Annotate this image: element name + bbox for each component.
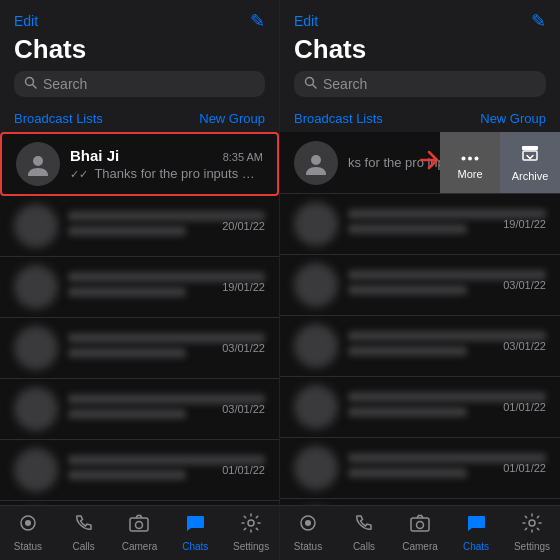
left-status-icon: [17, 512, 39, 539]
right-row-3: 03/01/22: [280, 316, 560, 377]
left-row-2: 19/01/22: [0, 257, 279, 318]
right-blurred-avatar-4: [294, 385, 338, 429]
left-tab-status-label: Status: [14, 541, 42, 552]
right-blurred-avatar-3: [294, 324, 338, 368]
right-tab-chats[interactable]: Chats: [448, 512, 504, 552]
left-tab-calls-label: Calls: [73, 541, 95, 552]
right-tab-bar: Status Calls Camera: [280, 505, 560, 560]
right-avatar-bhai-ji: [294, 141, 338, 185]
left-new-group[interactable]: New Group: [199, 111, 265, 126]
right-date-4: 01/01/22: [503, 401, 546, 413]
right-broadcast-row: Broadcast Lists New Group: [280, 107, 560, 132]
right-blurred-line-3b: [348, 346, 467, 356]
svg-point-12: [468, 157, 472, 161]
left-date-2: 19/01/22: [222, 281, 265, 293]
svg-rect-14: [522, 146, 538, 150]
right-tab-chats-label: Chats: [463, 541, 489, 552]
right-swipe-row[interactable]: ks for the pro inputs 🙏 (GM): [280, 132, 560, 194]
left-blurred-avatar-4: [14, 387, 58, 431]
right-status-icon: [297, 512, 319, 539]
right-search-placeholder: Search: [323, 76, 367, 92]
left-edit-button[interactable]: Edit: [14, 13, 38, 29]
left-blurred-line-5b: [68, 470, 186, 480]
right-chats-icon: [465, 512, 487, 539]
more-dots-icon: [461, 145, 479, 166]
left-chat-preview: ✓✓ Thanks for the pro inputs 🙏 (GM): [70, 166, 263, 181]
left-date-5: 01/01/22: [222, 464, 265, 476]
left-search-bar[interactable]: Search: [14, 71, 265, 97]
left-tick-icon: ✓✓: [70, 168, 88, 180]
left-row-3: 03/01/22: [0, 318, 279, 379]
left-date-1: 20/01/22: [222, 220, 265, 232]
svg-point-6: [136, 522, 143, 529]
right-blurred-line-1b: [348, 224, 467, 234]
right-search-bar[interactable]: Search: [294, 71, 546, 97]
more-action-label: More: [457, 168, 482, 180]
left-broadcast-row: Broadcast Lists New Group: [0, 107, 279, 132]
left-blurred-line-2b: [68, 287, 186, 297]
left-tab-calls[interactable]: Calls: [56, 512, 112, 552]
archive-icon: [520, 143, 540, 168]
archive-action-label: Archive: [512, 170, 549, 182]
right-compose-icon[interactable]: ✎: [531, 10, 546, 32]
left-tab-chats[interactable]: Chats: [167, 512, 223, 552]
right-blurred-avatar-1: [294, 202, 338, 246]
left-calls-icon: [73, 512, 95, 539]
left-settings-icon: [240, 512, 262, 539]
left-tab-status[interactable]: Status: [0, 512, 56, 552]
right-blurred-line-2b: [348, 285, 467, 295]
left-tab-settings-label: Settings: [233, 541, 269, 552]
svg-point-13: [475, 157, 479, 161]
left-date-4: 03/01/22: [222, 403, 265, 415]
svg-line-9: [313, 85, 317, 89]
left-chat-name: Bhai Ji: [70, 147, 119, 164]
right-search-icon: [304, 76, 317, 92]
svg-point-4: [25, 520, 31, 526]
left-tab-camera[interactable]: Camera: [112, 512, 168, 552]
right-edit-button[interactable]: Edit: [294, 13, 318, 29]
right-tab-camera[interactable]: Camera: [392, 512, 448, 552]
right-row-6: [280, 499, 560, 505]
left-blurred-avatar-1: [14, 204, 58, 248]
right-broadcast-lists[interactable]: Broadcast Lists: [294, 111, 383, 126]
right-camera-icon: [409, 512, 431, 539]
swipe-action-buttons: More Archive: [440, 132, 560, 193]
arrow-indicator: [418, 149, 440, 177]
left-compose-icon[interactable]: ✎: [250, 10, 265, 32]
svg-point-2: [33, 156, 43, 166]
left-camera-icon: [128, 512, 150, 539]
archive-action-button[interactable]: Archive: [500, 132, 560, 193]
more-action-button[interactable]: More: [440, 132, 500, 193]
left-blurred-avatar-5: [14, 448, 58, 492]
right-date-3: 03/01/22: [503, 340, 546, 352]
right-tab-calls[interactable]: Calls: [336, 512, 392, 552]
svg-point-19: [417, 522, 424, 529]
right-row-4: 01/01/22: [280, 377, 560, 438]
svg-line-1: [33, 85, 37, 89]
left-row-6: 01/01/22: [0, 501, 279, 505]
right-row-2: 03/01/22: [280, 255, 560, 316]
svg-point-20: [529, 520, 535, 526]
svg-point-7: [248, 520, 254, 526]
right-tab-status[interactable]: Status: [280, 512, 336, 552]
left-edit-row: Edit ✎: [14, 10, 265, 32]
right-row-1: 19/01/22: [280, 194, 560, 255]
right-blurred-line-5b: [348, 468, 467, 478]
left-blurred-line-1b: [68, 226, 186, 236]
left-chat-item-bhai-ji[interactable]: Bhai Ji 8:35 AM ✓✓ Thanks for the pro in…: [0, 132, 279, 196]
left-tab-settings[interactable]: Settings: [223, 512, 279, 552]
right-header: Edit ✎ Chats Search: [280, 0, 560, 107]
right-tab-camera-label: Camera: [402, 541, 438, 552]
left-date-3: 03/01/22: [222, 342, 265, 354]
left-header: Edit ✎ Chats Search: [0, 0, 279, 107]
right-new-group[interactable]: New Group: [480, 111, 546, 126]
right-date-5: 01/01/22: [503, 462, 546, 474]
right-row-5: 01/01/22: [280, 438, 560, 499]
right-blurred-avatar-5: [294, 446, 338, 490]
left-row-5: 01/01/22: [0, 440, 279, 501]
left-panel: Edit ✎ Chats Search Broadcast Lists New …: [0, 0, 280, 560]
right-tab-settings[interactable]: Settings: [504, 512, 560, 552]
left-broadcast-lists[interactable]: Broadcast Lists: [14, 111, 103, 126]
left-row-1: 20/01/22: [0, 196, 279, 257]
right-panel: Edit ✎ Chats Search Broadcast Lists New …: [280, 0, 560, 560]
